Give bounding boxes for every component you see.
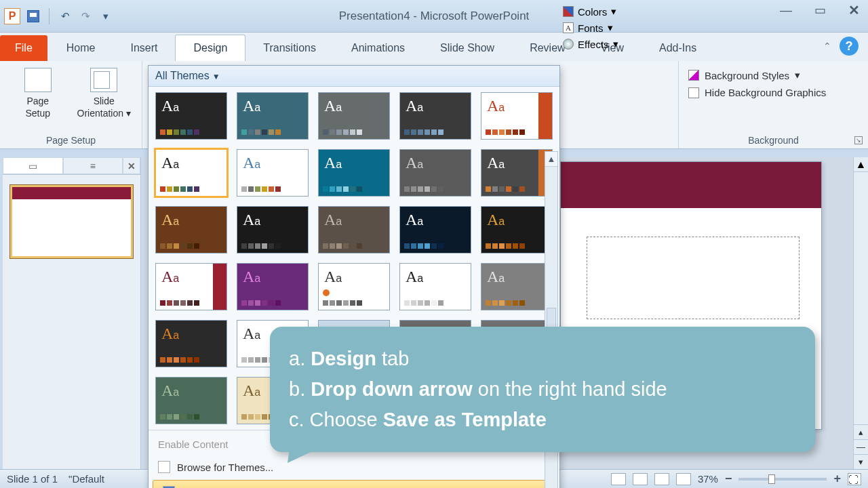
slide-counter: Slide 1 of 1 bbox=[7, 473, 58, 485]
undo-icon[interactable]: ↶ bbox=[58, 9, 73, 24]
theme-thumb-13[interactable]: Aa bbox=[399, 206, 471, 253]
theme-thumb-1[interactable]: Aa bbox=[237, 92, 309, 140]
page-setup-group: Page Setup Slide Orientation ▾ Page Setu… bbox=[0, 61, 142, 148]
close-button[interactable]: ✕ bbox=[842, 3, 865, 18]
powerpoint-app-icon: P bbox=[4, 8, 20, 24]
slides-tab-outline[interactable]: ≡ bbox=[63, 157, 123, 174]
sorter-view-button[interactable] bbox=[633, 473, 648, 485]
help-icon[interactable]: ? bbox=[840, 37, 859, 56]
theme-thumb-15[interactable]: Aa bbox=[155, 263, 227, 310]
theme-name: "Default bbox=[68, 473, 104, 485]
tab-animations[interactable]: Animations bbox=[334, 35, 422, 61]
ribbon-tabs: File Home Insert Design Transitions Anim… bbox=[0, 33, 868, 61]
theme-thumb-18[interactable]: Aa bbox=[399, 263, 471, 310]
window-title: Presentation4 - Microsoft PowerPoint bbox=[339, 9, 530, 23]
theme-thumb-14[interactable]: Aa bbox=[481, 206, 553, 253]
zoom-in-button[interactable]: + bbox=[833, 472, 841, 486]
slides-pane-close[interactable]: ✕ bbox=[123, 157, 140, 174]
page-setup-icon bbox=[24, 68, 52, 92]
save-current-theme-menu-item[interactable]: Save Current Theme bbox=[153, 480, 555, 488]
slideshow-view-button[interactable] bbox=[676, 473, 691, 485]
scroll-up-icon[interactable]: ▲ bbox=[545, 152, 557, 167]
title-bar: P ↶ ↷ ▾ Presentation4 - Microsoft PowerP… bbox=[0, 0, 868, 33]
background-dialog-launcher[interactable]: ↘ bbox=[854, 136, 863, 144]
normal-view-button[interactable] bbox=[611, 473, 626, 485]
themes-dropdown-header[interactable]: All Themes▼ bbox=[149, 66, 559, 87]
qat-customize-icon[interactable]: ▾ bbox=[98, 9, 113, 24]
theme-thumb-20[interactable]: Aa bbox=[155, 320, 227, 367]
quick-access-toolbar: ↶ ↷ ▾ bbox=[26, 8, 113, 24]
theme-thumb-10[interactable]: Aa bbox=[155, 206, 227, 253]
hide-background-checkbox[interactable]: Hide Background Graphics bbox=[688, 84, 859, 101]
tab-insert[interactable]: Insert bbox=[113, 35, 175, 61]
theme-thumb-2[interactable]: Aa bbox=[318, 92, 390, 140]
background-group: Background Styles ▾ Hide Background Grap… bbox=[678, 61, 868, 148]
background-styles-icon bbox=[688, 70, 699, 81]
page-setup-button[interactable]: Page Setup bbox=[11, 68, 65, 119]
browse-themes-menu-item[interactable]: Browse for Themes... bbox=[149, 455, 559, 479]
redo-icon[interactable]: ↷ bbox=[78, 9, 93, 24]
theme-thumb-19[interactable]: Aa bbox=[481, 263, 553, 310]
tab-transitions[interactable]: Transitions bbox=[245, 35, 334, 61]
tab-home[interactable]: Home bbox=[49, 35, 113, 61]
fonts-button[interactable]: AFonts ▾ bbox=[563, 22, 618, 34]
checkbox-icon bbox=[688, 87, 699, 98]
theme-thumb-25[interactable]: Aa bbox=[155, 377, 227, 424]
tab-slideshow[interactable]: Slide Show bbox=[422, 35, 512, 61]
slide-nav-divider: — bbox=[854, 439, 868, 454]
slide-orientation-icon bbox=[90, 68, 117, 92]
zoom-level[interactable]: 37% bbox=[698, 473, 718, 485]
theme-thumb-7[interactable]: Aa bbox=[318, 149, 390, 197]
save-icon[interactable] bbox=[26, 9, 41, 24]
collapse-ribbon-icon[interactable]: ⌃ bbox=[823, 41, 831, 52]
zoom-slider[interactable] bbox=[738, 478, 827, 481]
theme-thumb-16[interactable]: Aa bbox=[237, 263, 309, 310]
theme-thumb-12[interactable]: Aa bbox=[318, 206, 390, 253]
maximize-button[interactable]: ▭ bbox=[808, 3, 831, 18]
theme-thumb-0[interactable]: Aa bbox=[155, 92, 227, 140]
title-placeholder[interactable] bbox=[587, 237, 800, 319]
reading-view-button[interactable] bbox=[654, 473, 669, 485]
theme-thumb-5[interactable]: Aa bbox=[155, 149, 227, 197]
fit-to-window-button[interactable]: ⛶ bbox=[848, 473, 861, 485]
slide-title-bar bbox=[561, 162, 821, 208]
slide-orientation-button[interactable]: Slide Orientation ▾ bbox=[77, 68, 132, 119]
zoom-out-button[interactable]: − bbox=[725, 472, 732, 486]
effects-button[interactable]: Effects ▾ bbox=[563, 38, 618, 50]
page-setup-group-label: Page Setup bbox=[0, 135, 142, 146]
colors-button[interactable]: Colors ▾ bbox=[563, 5, 618, 18]
file-tab[interactable]: File bbox=[0, 35, 47, 61]
minimize-button[interactable]: — bbox=[774, 3, 797, 18]
theme-thumb-6[interactable]: Aa bbox=[237, 149, 309, 197]
theme-thumb-17[interactable]: Aa bbox=[318, 263, 390, 310]
theme-thumb-11[interactable]: Aa bbox=[237, 206, 309, 253]
slides-tab-thumbnails[interactable]: ▭ bbox=[3, 157, 63, 174]
next-slide-button[interactable]: ▾ bbox=[854, 454, 868, 469]
chevron-down-icon: ▼ bbox=[212, 72, 220, 81]
prev-slide-button[interactable]: ▴ bbox=[854, 424, 868, 439]
tutorial-callout: a. Design tab b. Drop down arrow on the … bbox=[270, 327, 815, 452]
folder-icon bbox=[158, 461, 170, 473]
background-styles-button[interactable]: Background Styles ▾ bbox=[688, 66, 859, 84]
theme-thumb-8[interactable]: Aa bbox=[399, 149, 471, 197]
theme-thumb-9[interactable]: Aa bbox=[481, 149, 553, 197]
slide-thumbnail-1[interactable] bbox=[9, 184, 134, 259]
theme-thumb-4[interactable]: Aa bbox=[481, 92, 553, 140]
background-group-label: Background bbox=[679, 135, 868, 146]
slides-pane: ▭ ≡ ✕ 1 bbox=[3, 157, 141, 469]
theme-thumb-3[interactable]: Aa bbox=[399, 92, 471, 140]
variants-group: Colors ▾ AFonts ▾ Effects ▾ bbox=[563, 5, 618, 50]
tab-addins[interactable]: Add-Ins bbox=[642, 35, 714, 61]
tab-design[interactable]: Design bbox=[175, 35, 245, 61]
editor-scrollbar[interactable]: ▲ ▴ — ▾ bbox=[853, 157, 868, 469]
